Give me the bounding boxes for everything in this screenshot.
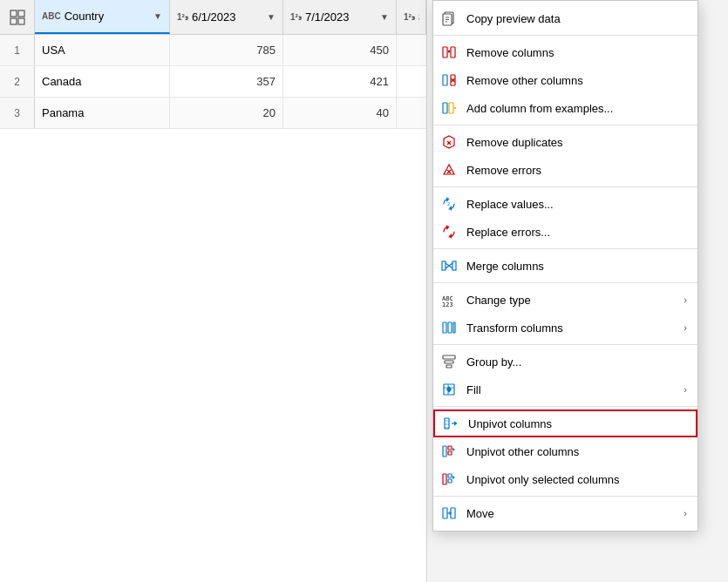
remove-duplicates-icon bbox=[440, 133, 458, 151]
col-header-extra[interactable]: 1²₃ 8 bbox=[397, 0, 426, 34]
menu-item-add-column-examples[interactable]: Add column from examples... bbox=[433, 94, 697, 122]
svg-rect-0 bbox=[10, 10, 17, 17]
replace-values-icon: 2 bbox=[440, 195, 458, 213]
menu-item-transform-columns[interactable]: Transform columns › bbox=[433, 314, 697, 342]
unpivot-other-columns-icon bbox=[440, 443, 458, 460]
cell-val1-1: 785 bbox=[170, 35, 283, 65]
svg-marker-54 bbox=[454, 421, 457, 426]
divider bbox=[433, 496, 697, 497]
transform-columns-arrow: › bbox=[684, 322, 687, 333]
replace-values-label: Replace values... bbox=[466, 198, 687, 211]
menu-item-unpivot-only-selected[interactable]: Unpivot only selected columns bbox=[433, 465, 697, 493]
grid-icon-cell bbox=[0, 0, 35, 34]
menu-item-remove-other-columns[interactable]: Remove other columns bbox=[433, 66, 697, 94]
cell-val1-2: 357 bbox=[170, 66, 283, 97]
remove-columns-label: Remove columns bbox=[466, 46, 687, 59]
cell-country-1: USA bbox=[35, 35, 170, 65]
svg-rect-45 bbox=[446, 365, 452, 368]
svg-line-33 bbox=[446, 266, 449, 268]
merge-columns-label: Merge columns bbox=[466, 260, 687, 273]
change-type-label: Change type bbox=[466, 294, 675, 307]
divider bbox=[433, 344, 697, 345]
svg-rect-39 bbox=[448, 322, 452, 333]
menu-item-replace-errors[interactable]: Replace errors... bbox=[433, 218, 697, 246]
svg-rect-40 bbox=[453, 322, 455, 333]
menu-item-copy-preview[interactable]: Copy preview data bbox=[433, 4, 697, 32]
menu-item-fill[interactable]: Fill › bbox=[433, 376, 697, 403]
svg-rect-61 bbox=[448, 479, 452, 483]
svg-rect-56 bbox=[448, 446, 452, 450]
divider bbox=[433, 186, 697, 187]
grid-icon bbox=[10, 10, 25, 25]
remove-other-columns-icon bbox=[440, 71, 458, 89]
row-number-2: 2 bbox=[0, 66, 35, 97]
menu-item-replace-values[interactable]: 2 Replace values... bbox=[433, 190, 697, 218]
cell-val2-2: 421 bbox=[283, 66, 397, 97]
group-by-icon bbox=[440, 353, 458, 370]
divider bbox=[433, 125, 697, 125]
row-number-1: 1 bbox=[0, 35, 35, 65]
merge-columns-icon bbox=[440, 257, 458, 274]
menu-item-unpivot-other-columns[interactable]: Unpivot other columns bbox=[433, 437, 697, 465]
svg-rect-1 bbox=[18, 10, 24, 17]
col-header-date2[interactable]: 1²₃ 7/1/2023 ▼ bbox=[283, 0, 397, 34]
svg-text:2: 2 bbox=[447, 201, 451, 206]
table-body: 1 USA 785 450 2 Canada 357 421 3 Panama … bbox=[0, 35, 426, 129]
unpivot-only-selected-icon bbox=[440, 470, 458, 488]
svg-rect-51 bbox=[445, 420, 449, 422]
table-row: 1 USA 785 450 bbox=[0, 35, 426, 66]
menu-item-change-type[interactable]: ABC 123 Change type › bbox=[433, 286, 697, 314]
col-type-icon-date1: 1²₃ bbox=[177, 12, 188, 22]
add-column-examples-label: Add column from examples... bbox=[466, 102, 687, 115]
unpivot-only-selected-label: Unpivot only selected columns bbox=[466, 473, 687, 486]
add-column-examples-icon bbox=[440, 99, 458, 117]
svg-marker-62 bbox=[452, 476, 455, 479]
menu-item-remove-columns[interactable]: Remove columns bbox=[433, 38, 697, 66]
col-dropdown-date2[interactable]: ▼ bbox=[380, 12, 389, 22]
menu-item-move[interactable]: Move › bbox=[433, 499, 697, 527]
transform-columns-label: Transform columns bbox=[466, 321, 675, 335]
col-dropdown-date1[interactable]: ▼ bbox=[267, 12, 276, 22]
divider bbox=[433, 35, 697, 36]
table-row: 3 Panama 20 40 bbox=[0, 98, 426, 129]
svg-rect-2 bbox=[10, 18, 17, 24]
svg-rect-44 bbox=[445, 361, 453, 363]
move-arrow: › bbox=[684, 508, 687, 518]
svg-rect-30 bbox=[442, 261, 446, 270]
svg-rect-57 bbox=[448, 451, 452, 455]
remove-errors-label: Remove errors bbox=[466, 164, 687, 177]
svg-rect-59 bbox=[443, 474, 446, 484]
menu-item-group-by[interactable]: Group by... bbox=[433, 348, 697, 376]
group-by-label: Group by... bbox=[466, 355, 687, 369]
fill-arrow: › bbox=[684, 384, 687, 395]
row-number-3: 3 bbox=[0, 98, 35, 128]
replace-errors-label: Replace errors... bbox=[466, 226, 687, 239]
col-label-country: Country bbox=[65, 10, 148, 23]
menu-item-unpivot-columns[interactable]: Unpivot columns bbox=[433, 409, 697, 437]
copy-preview-label: Copy preview data bbox=[466, 12, 687, 25]
change-type-arrow: › bbox=[684, 294, 687, 305]
col-type-icon-date2: 1²₃ bbox=[290, 12, 302, 22]
col-dropdown-country[interactable]: ▼ bbox=[153, 11, 162, 21]
divider bbox=[433, 406, 697, 407]
menu-item-remove-duplicates[interactable]: Remove duplicates bbox=[433, 128, 697, 156]
svg-rect-38 bbox=[443, 322, 446, 333]
svg-rect-55 bbox=[443, 446, 446, 457]
svg-rect-17 bbox=[443, 103, 447, 113]
svg-rect-13 bbox=[443, 75, 447, 85]
cell-val1-3: 20 bbox=[170, 98, 283, 128]
svg-marker-49 bbox=[446, 386, 452, 393]
menu-item-remove-errors[interactable]: Remove errors bbox=[433, 156, 697, 184]
move-label: Move bbox=[466, 507, 675, 520]
svg-rect-43 bbox=[443, 355, 455, 359]
svg-rect-53 bbox=[445, 427, 449, 429]
col-header-date1[interactable]: 1²₃ 6/1/2023 ▼ bbox=[170, 0, 283, 34]
table-header: ABC Country ▼ 1²₃ 6/1/2023 ▼ 1²₃ 7/1/202… bbox=[0, 0, 426, 35]
menu-item-merge-columns[interactable]: Merge columns bbox=[433, 252, 697, 280]
remove-columns-icon bbox=[440, 44, 458, 61]
svg-rect-31 bbox=[452, 261, 456, 270]
move-icon bbox=[440, 504, 458, 522]
context-menu: Copy preview data Remove columns Remove … bbox=[432, 0, 698, 531]
cell-country-2: Canada bbox=[35, 66, 170, 97]
col-header-country[interactable]: ABC Country ▼ bbox=[35, 0, 170, 34]
